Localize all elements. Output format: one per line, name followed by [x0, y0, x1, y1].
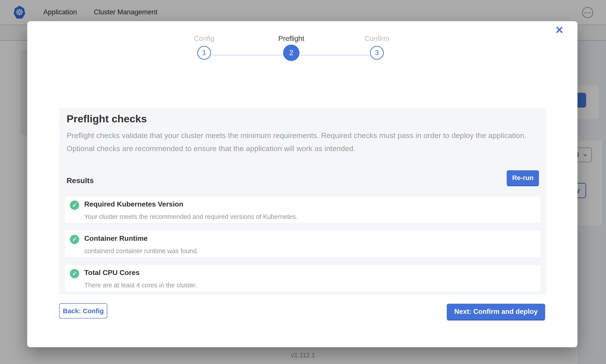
check-item-container-runtime: ✓ Container Runtime containerd container…	[65, 231, 540, 258]
step-number: 1	[197, 46, 211, 60]
check-glyph: ✓	[72, 202, 77, 209]
preflight-panel: Preflight checks Preflight checks valida…	[59, 108, 546, 295]
check-glyph: ✓	[72, 270, 77, 277]
check-glyph: ✓	[72, 236, 77, 243]
step-number: 3	[370, 46, 384, 60]
step-preflight[interactable]: Preflight 2	[256, 34, 327, 61]
step-number: 2	[283, 45, 300, 61]
results-row: Results Re-run	[67, 170, 539, 185]
check-text: Container Runtime containerd container r…	[84, 234, 198, 255]
step-label: Config	[169, 34, 239, 44]
check-description: Your cluster meets the recommended and r…	[84, 213, 298, 221]
check-item-total-cpu-cores: ✓ Total CPU Cores There are at least 4 c…	[65, 265, 540, 292]
check-title: Container Runtime	[84, 234, 198, 243]
page-title: Preflight checks	[67, 113, 147, 125]
app-root: ☸ Application Cluster Management ⋯ 0 ⌄ y…	[0, 0, 606, 364]
step-config[interactable]: Config 1	[169, 34, 239, 60]
check-icon: ✓	[70, 235, 79, 244]
stepper: Config 1 Preflight 2 Confirm 3	[27, 21, 578, 79]
results-heading: Results	[67, 176, 94, 185]
check-icon: ✓	[70, 201, 79, 210]
panel-description: Preflight checks validate that your clus…	[67, 129, 533, 155]
check-text: Total CPU Cores There are at least 4 cor…	[84, 269, 197, 289]
check-description: There are at least 4 cores in the cluste…	[84, 282, 197, 289]
rerun-button[interactable]: Re-run	[507, 170, 539, 185]
check-text: Required Kubernetes Version Your cluster…	[84, 200, 298, 221]
check-item-kubernetes-version: ✓ Required Kubernetes Version Your clust…	[65, 196, 540, 223]
preflight-modal: ✕ Config 1 Preflight 2 Confirm 3 Preflig…	[27, 21, 578, 347]
check-description: containerd container runtime was found.	[84, 247, 198, 255]
back-button[interactable]: Back: Config	[59, 303, 107, 318]
step-confirm[interactable]: Confirm 3	[342, 34, 412, 60]
step-label: Confirm	[342, 34, 412, 44]
check-icon: ✓	[70, 269, 79, 278]
check-title: Total CPU Cores	[84, 269, 197, 277]
step-label: Preflight	[256, 34, 327, 44]
check-title: Required Kubernetes Version	[84, 200, 298, 208]
next-button[interactable]: Next: Confirm and deploy	[447, 304, 545, 320]
